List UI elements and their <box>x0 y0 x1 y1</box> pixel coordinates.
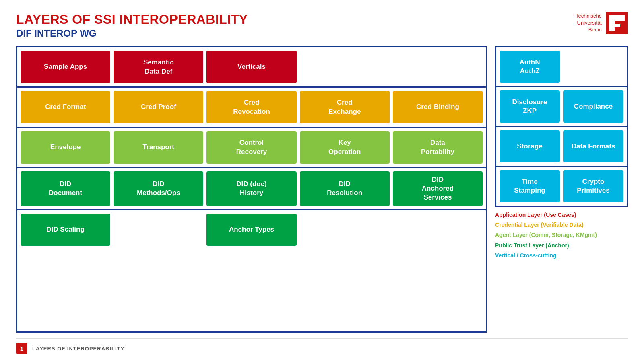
legend-app: Application Layer (Use Cases) <box>495 210 628 220</box>
cell-cred-proof: Cred Proof <box>114 91 203 123</box>
legend-trust: Public Trust Layer (Anchor) <box>495 241 628 251</box>
cell-empty-5 <box>393 214 483 246</box>
cell-cred-binding: Cred Binding <box>393 91 483 123</box>
cell-empty-3 <box>114 214 203 246</box>
cell-empty-2 <box>393 51 483 83</box>
cell-semantic-data-def: SemanticData Def <box>114 51 203 83</box>
right-row-4: TimeStamping CryptoPrimitives <box>496 167 627 206</box>
cell-cred-exchange: CredExchange <box>300 91 390 123</box>
app-layer-row: Sample Apps SemanticData Def Verticals <box>17 47 486 88</box>
cell-control-recovery: ControlRecovery <box>206 131 296 164</box>
cell-storage: Storage <box>500 130 560 162</box>
cell-disclosure-zkp: DisclosureZKP <box>500 90 560 123</box>
cell-data-formats: Data Formats <box>563 130 623 162</box>
cell-sample-apps: Sample Apps <box>21 51 110 83</box>
agent-layer-row: Envelope Transport ControlRecovery KeyOp… <box>17 128 486 168</box>
right-row-2: DisclosureZKP Compliance <box>496 87 627 127</box>
cell-right-empty-1 <box>563 51 623 83</box>
cell-envelope: Envelope <box>21 131 110 164</box>
bottom-label: LAYERS OF INTEROPERABILITY <box>32 346 124 352</box>
cell-did-anchored-services: DIDAnchoredServices <box>393 171 483 206</box>
cell-authn-authz: AuthNAuthZ <box>500 51 560 83</box>
cell-cred-revocation: CredRevocation <box>206 91 296 123</box>
cell-did-resolution: DIDResolution <box>300 171 390 206</box>
cell-transport: Transport <box>114 131 203 164</box>
cell-compliance: Compliance <box>563 90 623 123</box>
cell-anchor-types: Anchor Types <box>206 214 296 246</box>
trust-layer-row2: DID Scaling Anchor Types <box>17 210 486 249</box>
header: LAYERS OF SSI INTEROPERABILITY DIF INTER… <box>16 12 628 39</box>
cell-did-doc-history: DID (doc)History <box>206 171 296 206</box>
cell-data-portability: DataPortability <box>393 131 483 164</box>
svg-rect-3 <box>609 24 620 27</box>
cell-time-stamping: TimeStamping <box>500 170 560 202</box>
cell-key-operation: KeyOperation <box>300 131 390 164</box>
legend-cred: Credential Layer (Verifiable Data) <box>495 220 628 230</box>
cell-empty-1 <box>300 51 390 83</box>
logo-block: Technische Universität Berlin <box>576 12 628 34</box>
title-block: LAYERS OF SSI INTEROPERABILITY DIF INTER… <box>16 12 248 39</box>
cell-crypto-primitives: CryptoPrimitives <box>563 170 623 202</box>
cell-empty-4 <box>300 214 390 246</box>
legend-cyan: Vertical / Cross-cutting <box>495 251 628 261</box>
tu-berlin-logo <box>606 12 628 34</box>
cell-did-scaling: DID Scaling <box>21 214 110 246</box>
legend-agent: Agent Layer (Comm, Storage, KMgmt) <box>495 230 628 240</box>
left-table: Sample Apps SemanticData Def Verticals C… <box>16 46 487 333</box>
cell-verticals: Verticals <box>206 51 296 83</box>
cell-did-methods-ops: DIDMethods/Ops <box>114 171 203 206</box>
slide-number: 1 <box>16 343 27 354</box>
content-area: Sample Apps SemanticData Def Verticals C… <box>16 46 628 333</box>
logo-text: Technische Universität Berlin <box>576 13 602 33</box>
cell-did-document: DIDDocument <box>21 171 110 206</box>
bottom-bar: 1 LAYERS OF INTEROPERABILITY <box>16 338 628 354</box>
trust-layer-row1: DIDDocument DIDMethods/Ops DID (doc)Hist… <box>17 168 486 210</box>
legend: Application Layer (Use Cases) Credential… <box>495 210 628 261</box>
cell-cred-format: Cred Format <box>21 91 110 123</box>
main-title: LAYERS OF SSI INTEROPERABILITY <box>16 12 248 27</box>
right-row-3: Storage Data Formats <box>496 127 627 167</box>
right-table: AuthNAuthZ DisclosureZKP Compliance Stor… <box>495 46 628 207</box>
cred-layer-row: Cred Format Cred Proof CredRevocation Cr… <box>17 88 486 128</box>
right-row-1: AuthNAuthZ <box>496 47 627 87</box>
sub-title: DIF INTEROP WG <box>16 28 248 39</box>
svg-rect-2 <box>609 15 625 21</box>
